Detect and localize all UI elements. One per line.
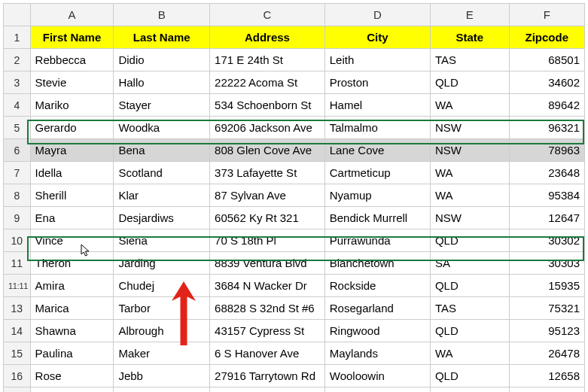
cell[interactable]: Hallo (114, 71, 210, 94)
cell[interactable]: 70 S 18th Pl (210, 229, 325, 252)
cell[interactable]: 34602 (509, 71, 584, 94)
cell[interactable]: 75321 (509, 297, 584, 320)
cell[interactable]: Shawna (30, 320, 114, 342)
cell[interactable]: Idella (30, 162, 114, 184)
cell[interactable]: 95123 (509, 320, 584, 342)
cell[interactable]: Mayra (30, 139, 114, 162)
cell[interactable]: Siena (114, 229, 210, 252)
cell[interactable]: Marica (30, 297, 114, 320)
cell[interactable]: Gerardo (30, 117, 114, 139)
cell[interactable]: Tabar (114, 387, 210, 393)
col-header-A[interactable]: A (30, 4, 114, 26)
cell[interactable]: 808 Glen Cove Ave (210, 139, 325, 162)
cell[interactable]: Mariko (30, 94, 114, 117)
cell[interactable]: Maylands (324, 342, 430, 365)
cell[interactable]: TAS (430, 297, 509, 320)
cell[interactable]: Nyamup (324, 184, 430, 207)
cell[interactable]: Reita (30, 387, 114, 393)
cell[interactable]: 12647 (509, 207, 584, 229)
row-header[interactable]: 8 (4, 184, 31, 207)
col-header-B[interactable]: B (114, 4, 210, 26)
cell[interactable]: Arthurville (324, 387, 430, 393)
cell[interactable]: Rose (30, 365, 114, 387)
row-header[interactable]: 9 (4, 207, 31, 229)
cell[interactable]: Wooloowin (324, 365, 430, 387)
cell[interactable]: SA (430, 252, 509, 275)
cell[interactable]: Woodka (114, 117, 210, 139)
cell[interactable]: QLD (430, 229, 509, 252)
col-header-E[interactable]: E (430, 4, 509, 26)
cell[interactable]: 8839 Ventura Blvd (210, 252, 325, 275)
cell[interactable]: Rebbecca (30, 49, 114, 71)
cell[interactable]: Maker (114, 342, 210, 365)
cell[interactable]: Tarbor (114, 297, 210, 320)
cell[interactable]: Amira (30, 275, 114, 297)
cell[interactable]: Chudej (114, 275, 210, 297)
cell[interactable]: 27916 Tarrytown Rd (210, 365, 325, 387)
cell[interactable]: 171 E 24th St (210, 49, 325, 71)
cell[interactable]: Rockside (324, 275, 430, 297)
cell[interactable]: 30303 (509, 252, 584, 275)
cell[interactable]: 68501 (509, 49, 584, 71)
cell[interactable]: QLD (430, 320, 509, 342)
cell[interactable]: Ena (30, 207, 114, 229)
cell[interactable]: WA (430, 184, 509, 207)
cell[interactable]: 96321 (509, 117, 584, 139)
cell[interactable]: Didio (114, 49, 210, 71)
cell[interactable]: Jebb (114, 365, 210, 387)
row-header[interactable]: 7 (4, 162, 31, 184)
cell[interactable]: 6 S Hanover Ave (210, 342, 325, 365)
header-cell-firstName[interactable]: First Name (30, 26, 114, 49)
header-cell-zipcode[interactable]: Zipcode (509, 26, 584, 49)
cell[interactable]: 30302 (509, 229, 584, 252)
cell[interactable]: TAS (430, 49, 509, 71)
cell[interactable]: Lane Cove (324, 139, 430, 162)
cell[interactable]: 89642 (509, 94, 584, 117)
row-header[interactable]: 1 (4, 26, 31, 49)
row-header[interactable]: 10 (4, 229, 31, 252)
cell[interactable]: Hamel (324, 94, 430, 117)
cell[interactable]: 26478 (509, 342, 584, 365)
cell[interactable]: NSW (430, 117, 509, 139)
cell[interactable]: Sherill (30, 184, 114, 207)
cell[interactable]: QLD (430, 275, 509, 297)
row-header[interactable]: 6 (4, 139, 31, 162)
cell[interactable]: Jarding (114, 252, 210, 275)
cell[interactable]: NSW (430, 207, 509, 229)
cell[interactable]: Bena (114, 139, 210, 162)
cell[interactable]: Theron (30, 252, 114, 275)
cell[interactable]: 15935 (509, 275, 584, 297)
row-header[interactable]: 16 (4, 365, 31, 387)
cell[interactable]: Paulina (30, 342, 114, 365)
row-header[interactable]: 13 (4, 297, 31, 320)
cell[interactable]: QLD (430, 365, 509, 387)
col-header-F[interactable]: F (509, 4, 584, 26)
cell[interactable]: QLD (430, 71, 509, 94)
row-header[interactable]: 11 (4, 252, 31, 275)
row-header[interactable]: 2 (4, 49, 31, 71)
cell[interactable]: 95384 (509, 184, 584, 207)
cell[interactable]: Cartmeticup (324, 162, 430, 184)
cell[interactable]: 22222 Acoma St (210, 71, 325, 94)
cell[interactable]: NSW (430, 139, 509, 162)
col-header-C[interactable]: C (210, 4, 325, 26)
row-header[interactable]: 3 (4, 71, 31, 94)
cell[interactable]: Rosegarland (324, 297, 430, 320)
row-header[interactable]: 11:11 (4, 275, 31, 297)
row-header[interactable]: 4 (4, 94, 31, 117)
cell[interactable]: 68828 S 32nd St #6 (210, 297, 325, 320)
cell[interactable]: Scotland (114, 162, 210, 184)
header-cell-state[interactable]: State (430, 26, 509, 49)
spreadsheet-grid[interactable]: A B C D E F 1First NameLast NameAddressC… (3, 3, 585, 392)
cell[interactable]: 23648 (509, 162, 584, 184)
cell[interactable]: Blanchetown (324, 252, 430, 275)
cell[interactable]: Purrawunda (324, 229, 430, 252)
cell[interactable]: Stayer (114, 94, 210, 117)
row-header[interactable]: 17 (4, 387, 31, 393)
cell[interactable]: 373 Lafayette St (210, 162, 325, 184)
cell[interactable]: Albrough (114, 320, 210, 342)
cell[interactable]: 3684 N Wacker Dr (210, 275, 325, 297)
row-header[interactable]: 5 (4, 117, 31, 139)
row-header[interactable]: 15 (4, 342, 31, 365)
cell[interactable]: 12658 (509, 365, 584, 387)
